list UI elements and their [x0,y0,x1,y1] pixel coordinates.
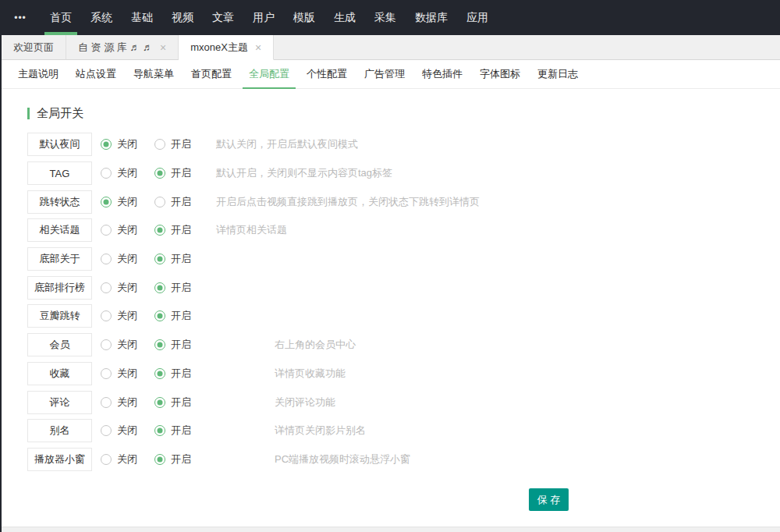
radio-on[interactable]: 开启 [154,137,208,151]
setting-label: 豆瓣跳转 [27,304,92,328]
tab-label: mxoneX主题 [190,41,248,55]
subnav-tab[interactable]: 特色插件 [414,60,470,88]
radio-on-label: 开启 [171,223,191,237]
radio-off[interactable]: 关闭 [101,424,154,438]
radio-off-label: 关闭 [117,424,137,438]
topbar-nav-item[interactable]: 首页 [44,0,77,35]
radio-group: 关闭 开启 [101,367,208,381]
radio-on-circle[interactable] [154,368,165,379]
radio-on[interactable]: 开启 [154,309,208,323]
radio-off[interactable]: 关闭 [101,166,154,180]
radio-on[interactable]: 开启 [154,452,208,466]
radio-on[interactable]: 开启 [154,195,208,209]
settings-content: 全局开关 默认夜间 关闭 开启 默认关闭，开启后默认夜间模式 TAG 关闭 开启 [2,89,780,473]
topbar-nav-item[interactable]: 模版 [288,0,321,35]
setting-description: 详情页收藏功能 [275,367,346,381]
subnav-tab[interactable]: 导航菜单 [126,60,182,88]
topbar-nav-item[interactable]: 视频 [166,0,199,35]
radio-off-circle[interactable] [101,425,112,436]
tabstrip-tab[interactable]: 自 资 源 库 ♬ ♬ × [66,35,179,60]
topbar-nav-item[interactable]: 系统 [85,0,118,35]
subnav-tab[interactable]: 站点设置 [68,60,124,88]
radio-group: 关闭 开启 [101,395,208,410]
topbar-nav-item[interactable]: 采集 [369,0,402,35]
close-icon[interactable]: × [255,42,261,53]
subnav-tab[interactable]: 全局配置 [241,60,297,88]
radio-on-label: 开启 [171,424,191,438]
radio-off-circle[interactable] [101,454,112,465]
radio-off[interactable]: 关闭 [101,395,154,410]
close-icon[interactable]: × [160,42,166,53]
tabstrip-tab[interactable]: mxoneX主题 × [179,35,274,60]
radio-on-circle[interactable] [154,282,165,293]
radio-on[interactable]: 开启 [154,223,208,237]
tabstrip-tabs: 欢迎页面 自 资 源 库 ♬ ♬ × mxoneX主题 × [2,35,274,60]
radio-on-label: 开启 [171,137,191,151]
radio-off-circle[interactable] [101,282,112,293]
setting-row: 评论 关闭 开启 关闭评论功能 [27,388,780,417]
topbar-nav-item[interactable]: 生成 [328,0,361,35]
topbar-nav-item[interactable]: 用户 [247,0,280,35]
radio-off-circle[interactable] [101,168,112,179]
radio-on-circle[interactable] [154,454,165,465]
topbar-nav-item[interactable]: 基础 [126,0,158,35]
radio-on[interactable]: 开启 [154,252,208,266]
radio-on[interactable]: 开启 [154,338,208,352]
radio-off-circle[interactable] [101,310,112,321]
topbar-nav-item[interactable]: 数据库 [410,0,453,35]
subnav-tab[interactable]: 个性配置 [299,60,355,88]
radio-on-circle[interactable] [154,168,165,179]
radio-group: 关闭 开启 [101,137,208,151]
radio-off[interactable]: 关闭 [101,137,154,151]
tabstrip-tab[interactable]: 欢迎页面 [2,35,66,60]
radio-on-circle[interactable] [154,425,165,436]
setting-label: 默认夜间 [27,133,92,156]
subnav-tab[interactable]: 主题说明 [10,60,66,88]
radio-group: 关闭 开启 [101,338,208,352]
setting-row: TAG 关闭 开启 默认开启，关闭则不显示内容页tag标签 [27,159,780,188]
topbar-nav-item[interactable]: 文章 [207,0,239,35]
radio-off-circle[interactable] [101,197,112,207]
radio-off-circle[interactable] [101,368,112,379]
setting-label: 跳转状态 [27,190,92,214]
radio-on-circle[interactable] [154,139,165,150]
setting-row: 底部排行榜 关闭 开启 [27,273,780,302]
radio-off[interactable]: 关闭 [101,195,154,209]
radio-on-circle[interactable] [154,339,165,350]
section-title-accent-bar [27,108,30,119]
radio-off-circle[interactable] [101,254,112,264]
radio-off[interactable]: 关闭 [101,252,154,266]
radio-on[interactable]: 开启 [154,166,208,180]
radio-on-circle[interactable] [154,310,165,321]
subnav-tab[interactable]: 字体图标 [472,60,528,88]
radio-off-circle[interactable] [101,339,112,350]
setting-label: 收藏 [27,362,92,385]
radio-off[interactable]: 关闭 [101,309,154,323]
radio-on[interactable]: 开启 [154,424,208,438]
radio-on-circle[interactable] [154,254,165,264]
radio-on-circle[interactable] [154,225,165,236]
radio-on[interactable]: 开启 [154,367,208,381]
radio-off[interactable]: 关闭 [101,452,154,466]
topbar-nav-item[interactable]: 应用 [461,0,494,35]
radio-on[interactable]: 开启 [154,395,208,410]
radio-on[interactable]: 开启 [154,281,208,295]
radio-on-circle[interactable] [154,197,165,207]
subnav-tab[interactable]: 更新日志 [530,60,586,88]
subnav-tab[interactable]: 首页配置 [183,60,239,88]
subnav-tab[interactable]: 广告管理 [356,60,413,88]
radio-off[interactable]: 关闭 [101,338,154,352]
radio-off-circle[interactable] [101,139,112,150]
radio-off[interactable]: 关闭 [101,223,154,237]
radio-off-label: 关闭 [117,367,137,381]
radio-on-label: 开启 [171,395,191,410]
tab-label: 欢迎页面 [13,41,54,55]
radio-off[interactable]: 关闭 [101,281,154,295]
more-menu-icon[interactable]: ••• [0,0,41,35]
setting-description: 默认开启，关闭则不显示内容页tag标签 [216,166,392,180]
radio-on-circle[interactable] [154,397,165,408]
save-button[interactable]: 保 存 [529,488,569,511]
radio-off-circle[interactable] [101,397,112,408]
radio-off-circle[interactable] [101,225,112,236]
radio-off[interactable]: 关闭 [101,367,154,381]
